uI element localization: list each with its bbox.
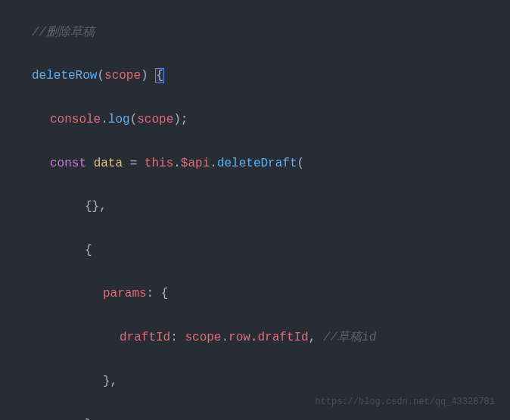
code-line: {: [0, 240, 510, 262]
comma: ,: [110, 375, 118, 388]
variable: scope: [185, 331, 221, 344]
paren: (: [297, 157, 305, 170]
dot: .: [101, 113, 108, 126]
object: console: [50, 113, 101, 126]
code-line: const data = this.$api.deleteDraft(: [0, 153, 510, 175]
code-line: {},: [0, 196, 510, 218]
parameter: scope: [104, 69, 141, 82]
comment: //草稿id: [323, 331, 376, 344]
colon: :: [170, 331, 185, 344]
paren: (: [97, 69, 104, 82]
method: log: [108, 113, 130, 126]
property: $api: [181, 157, 210, 170]
code-editor[interactable]: //删除草稿 deleteRow(scope) { console.log(sc…: [0, 0, 510, 420]
comment: //删除草稿: [32, 26, 95, 39]
dot: .: [221, 331, 229, 344]
brace-close: }: [103, 375, 110, 388]
property: params: [103, 287, 147, 300]
code-line: //删除草稿: [0, 22, 510, 44]
comma: ,: [99, 200, 107, 213]
code-line: },: [0, 371, 510, 393]
argument: scope: [137, 113, 173, 126]
method: deleteDraft: [217, 157, 297, 170]
code-line: }: [0, 414, 510, 420]
dot: .: [173, 157, 181, 170]
code-line: params: {: [0, 283, 510, 305]
paren: (: [130, 113, 138, 126]
empty-object: {}: [85, 200, 99, 213]
comma: ,: [309, 331, 316, 344]
keyword: const: [50, 157, 86, 170]
this: this: [145, 157, 173, 170]
property: draftId: [120, 331, 170, 344]
code-line: draftId: scope.row.draftId, //草稿id: [0, 327, 510, 349]
equals: =: [123, 157, 145, 170]
dot: .: [210, 157, 217, 170]
brace-open: {: [161, 287, 169, 300]
paren: ): [141, 69, 155, 82]
code-line: console.log(scope);: [0, 109, 510, 131]
property: draftId: [257, 331, 308, 344]
property: row: [229, 331, 250, 344]
brace-open: {: [85, 244, 92, 257]
brace-open: {: [155, 68, 164, 83]
colon: :: [147, 287, 161, 300]
variable-name: data: [94, 157, 123, 170]
code-line: deleteRow(scope) {: [0, 65, 510, 87]
paren: );: [173, 113, 188, 126]
function-name: deleteRow: [32, 69, 97, 82]
